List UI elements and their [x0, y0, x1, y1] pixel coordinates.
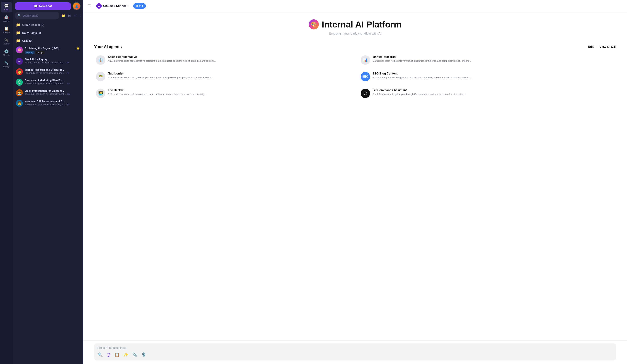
- chat-preview: The emails have been successfully s... 5…: [25, 103, 80, 106]
- folder-name: CRM (3): [22, 39, 80, 42]
- input-area: Press "/" to focus input 🔍@📋✨📎🎙️: [83, 340, 627, 364]
- chat-item-market[interactable]: 👩 Market Research and Stock Pri... I cur…: [14, 67, 82, 77]
- folder-icon[interactable]: 📁: [60, 13, 66, 18]
- sidebar-label-agents: Agents: [3, 20, 9, 22]
- agent-desc-seo: A seasoned, proficient blogger with a kn…: [372, 76, 615, 79]
- platform-title-row: 🎨 Internal AI Platform: [309, 19, 402, 30]
- agent-name-git: Git Commands Assistant: [372, 89, 615, 92]
- folder-icon: 📁: [16, 31, 20, 35]
- chat-preview: The Marketing Plan Format documen... 4w: [25, 82, 80, 85]
- sidebar-item-settings[interactable]: 🔧 Settings: [1, 59, 12, 69]
- chat-title-row: Market Research and Stock Pri...: [25, 68, 80, 71]
- agent-avatar-sales: 👔: [96, 55, 105, 65]
- context-icon: ⊕: [136, 4, 138, 8]
- sidebar-item-prompts[interactable]: 📋 Prompts: [1, 25, 12, 35]
- platform-header: 🎨 Internal AI Platform Empower your dail…: [94, 19, 616, 36]
- sidebar-item-models[interactable]: ⚙️ Models: [1, 47, 12, 58]
- chat-preview: Thank you for specifying that you'd li..…: [25, 61, 80, 64]
- chat-avatar: 🧠: [16, 46, 23, 53]
- chat-panel: 💬 New chat 👤 🔍 📁 ⊞ ⊟ ↓ 📁 Order Tracker (…: [13, 0, 83, 364]
- agent-name-nutritionist: Nutritionist: [108, 72, 350, 75]
- chat-title-row: Explaining the Regex: ([A-Z])... ⭐: [25, 46, 80, 50]
- chat-title: Explaining the Regex: ([A-Z])...: [25, 47, 75, 50]
- agent-item-lifehacker[interactable]: 🧑‍💻 Life Hacker A life hacker who can he…: [94, 87, 352, 100]
- new-chat-button[interactable]: 💬 New chat: [15, 2, 71, 10]
- agent-item-seo[interactable]: SEO SEO Blog Content A seasoned, profici…: [359, 70, 616, 83]
- chat-time: 5w: [66, 103, 69, 106]
- agents-edit-button[interactable]: Edit: [588, 45, 593, 48]
- search-icon: 🔍: [17, 14, 21, 17]
- sidebar-icon-plugins: 🔌: [4, 38, 9, 42]
- input-magic-tool[interactable]: ✨: [123, 352, 129, 358]
- chat-item-email[interactable]: 👩‍💼 Email Introduction for Smart W... Th…: [14, 88, 82, 98]
- input-toolbar: 🔍@📋✨📎🎙️: [97, 352, 613, 358]
- agent-item-git[interactable]: ⬡ Git Commands Assistant A helpful assis…: [359, 87, 616, 100]
- model-name: Claude 3 Sonnet: [103, 4, 126, 8]
- folder-order-tracker[interactable]: 📁 Order Tracker (6) + ✏️ 🗑️: [14, 21, 82, 29]
- platform-logo-icon: 🎨: [311, 22, 317, 28]
- context-count: 2: [139, 4, 141, 8]
- chat-content: Market Research and Stock Pri... I curre…: [25, 68, 80, 74]
- user-avatar[interactable]: 👤: [73, 2, 81, 10]
- chat-item-regex[interactable]: 🧠 Explaining the Regex: ([A-Z])... ⭐ cod…: [14, 45, 82, 56]
- sidebar-item-plugins[interactable]: 🔌 Plugins: [1, 36, 12, 47]
- chat-preview: I currently do not have access to real..…: [25, 72, 80, 74]
- agent-desc-git: A helpful assistant to guide you through…: [372, 92, 615, 96]
- sidebar-label-prompts: Prompts: [3, 31, 10, 34]
- agent-desc-market-research: Market Research helps uncover trends, cu…: [372, 59, 615, 63]
- agent-desc-lifehacker: A life hacker who can help you optimize …: [108, 92, 350, 96]
- main-area: ☰ A Claude 3 Sonnet ▾ ⊕ 2 ▾ 🎨 Internal A…: [83, 0, 627, 364]
- tag-coding: coding: [25, 51, 35, 54]
- chat-title-row: New Year Gift Announcement E...: [25, 100, 80, 103]
- input-placeholder: Press "/" to focus input: [97, 346, 613, 350]
- chat-content: New Year Gift Announcement E... The emai…: [25, 100, 80, 106]
- chat-content: Overview of Marketing Plan For... The Ma…: [25, 79, 80, 85]
- input-box[interactable]: Press "/" to focus input 🔍@📋✨📎🎙️: [94, 343, 616, 360]
- agent-info-lifehacker: Life Hacker A life hacker who can help y…: [108, 89, 350, 96]
- agent-name-sales: Sales Pepresentative: [108, 55, 350, 59]
- sidebar-item-chat[interactable]: 💬 Chat: [1, 2, 12, 12]
- agent-item-sales[interactable]: 👔 Sales Pepresentative An AI-powered sal…: [94, 53, 352, 67]
- user-avatar-circle: 👤: [73, 3, 80, 10]
- input-attach-tool[interactable]: 📎: [132, 352, 138, 358]
- folder-crm[interactable]: 📁 CRM (3) + ✏️ 🗑️: [14, 37, 82, 45]
- agent-name-market-research: Market Research: [372, 55, 615, 59]
- model-chevron-icon: ▾: [127, 4, 128, 7]
- platform-subtitle: Empower your daily workflow with AI: [329, 32, 381, 36]
- context-pill[interactable]: ⊕ 2 ▾: [133, 3, 146, 9]
- sort-icon[interactable]: ↓: [79, 13, 82, 18]
- sidebar-item-agents[interactable]: 🤖 Agents: [1, 13, 12, 24]
- folder-daily-posts[interactable]: 📁 Daily Posts (3) + ✏️ 🗑️: [14, 29, 82, 37]
- model-selector[interactable]: A Claude 3 Sonnet ▾: [95, 2, 130, 10]
- main-content: 🎨 Internal AI Platform Empower your dail…: [83, 12, 627, 340]
- input-template-tool[interactable]: 📋: [114, 352, 120, 358]
- chat-time: 4w: [66, 61, 69, 64]
- chat-avatar: 👩: [16, 68, 23, 75]
- chat-item-stock[interactable]: AI Stock Price Inquiry Thank you for spe…: [14, 56, 82, 67]
- search-input[interactable]: [22, 14, 57, 17]
- agent-avatar-market-research: 📊: [361, 55, 370, 65]
- agent-item-market-research[interactable]: 📊 Market Research Market Research helps …: [359, 53, 616, 67]
- folder-name: Daily Posts (3): [22, 31, 80, 34]
- chat-avatar: AI: [16, 58, 23, 65]
- chat-item-newyear[interactable]: 👩 New Year Gift Announcement E... The em…: [14, 98, 82, 108]
- input-voice-tool[interactable]: 🎙️: [141, 352, 146, 358]
- agent-info-git: Git Commands Assistant A helpful assista…: [372, 89, 615, 96]
- sidebar-icon-prompts: 📋: [4, 26, 9, 31]
- menu-button[interactable]: ☰: [87, 3, 92, 9]
- chat-content: Explaining the Regex: ([A-Z])... ⭐ codin…: [25, 46, 80, 54]
- agents-title: Your AI agents: [94, 45, 122, 49]
- agents-header-actions: Edit View all (21): [588, 45, 616, 49]
- input-search-tool[interactable]: 🔍: [97, 352, 103, 358]
- grid-icon[interactable]: ⊞: [67, 13, 71, 18]
- tag-nextjs: nextjs: [35, 51, 45, 54]
- filter-icon[interactable]: ⊟: [73, 13, 77, 18]
- agents-view-all-button[interactable]: View all (21): [600, 45, 616, 48]
- input-mention-tool[interactable]: @: [106, 352, 111, 358]
- folder-name: Order Tracker (6): [22, 23, 80, 26]
- agent-info-nutritionist: Nutritionist A nutritionist who can help…: [108, 72, 350, 79]
- agent-item-nutritionist[interactable]: 🥗 Nutritionist A nutritionist who can he…: [94, 70, 352, 83]
- chat-item-marketing[interactable]: ⬡ Overview of Marketing Plan For... The …: [14, 77, 82, 88]
- chat-title: New Year Gift Announcement E...: [25, 100, 80, 103]
- chat-title-row: Overview of Marketing Plan For...: [25, 79, 80, 82]
